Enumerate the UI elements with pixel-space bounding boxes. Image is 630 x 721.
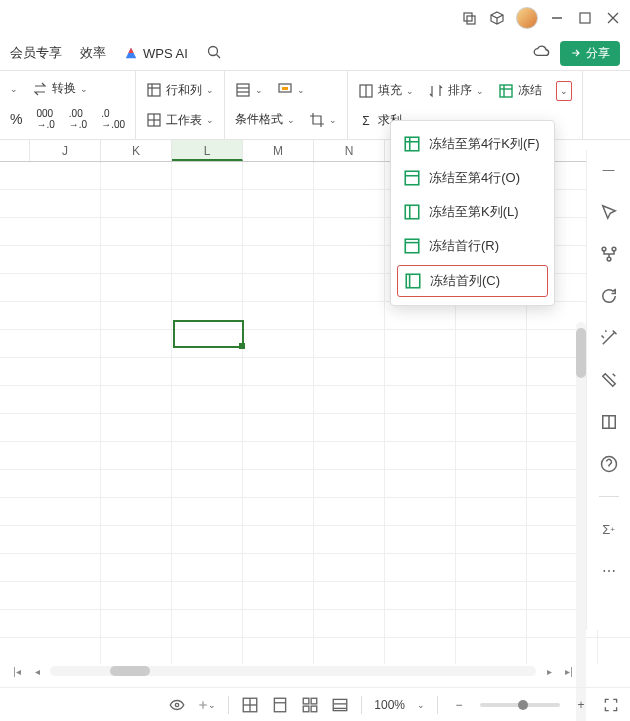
- freeze-first-col[interactable]: 冻结首列(C): [397, 265, 548, 297]
- book-icon[interactable]: [599, 412, 619, 432]
- svg-rect-32: [405, 239, 419, 253]
- zoom-level[interactable]: 100%: [374, 698, 405, 712]
- window-copy-icon[interactable]: [460, 9, 478, 27]
- wand-icon[interactable]: [599, 328, 619, 348]
- freeze-icon: [498, 83, 514, 99]
- flow-icon[interactable]: [599, 244, 619, 264]
- sort-button[interactable]: 排序⌄: [428, 82, 484, 99]
- freeze-dropdown-caret[interactable]: ⌄: [556, 81, 572, 101]
- eye-icon[interactable]: [168, 696, 186, 714]
- zoom-out-icon[interactable]: −: [450, 696, 468, 714]
- cube-icon[interactable]: [488, 9, 506, 27]
- freeze-to-row[interactable]: 冻结至第4行(O): [391, 161, 554, 195]
- scrollbar-thumb[interactable]: [576, 328, 586, 378]
- titlebar: [0, 0, 630, 36]
- svg-rect-30: [405, 205, 419, 219]
- minimize-icon[interactable]: [548, 9, 566, 27]
- dec1-button[interactable]: 000→.0: [36, 108, 54, 130]
- hscroll-thumb[interactable]: [110, 666, 150, 676]
- close-icon[interactable]: [604, 9, 622, 27]
- separator: [228, 696, 229, 714]
- crop-button[interactable]: ⌄: [309, 112, 337, 128]
- sigma-plus-icon[interactable]: Σ+: [599, 519, 619, 539]
- view-page-icon[interactable]: [271, 696, 289, 714]
- sheet-prev-icon[interactable]: ◂: [30, 664, 44, 678]
- fill-button[interactable]: 填充⌄: [358, 82, 414, 99]
- col-header[interactable]: N: [314, 140, 385, 161]
- col-header[interactable]: [0, 140, 30, 161]
- freeze-first-row-icon: [403, 237, 421, 255]
- dec2-button[interactable]: .00→.0: [69, 108, 87, 130]
- sigma-icon: Σ: [358, 113, 374, 129]
- svg-rect-20: [282, 87, 288, 90]
- hscroll-track[interactable]: [50, 666, 536, 676]
- zoom-in-icon[interactable]: +: [572, 696, 590, 714]
- svg-rect-1: [467, 16, 475, 24]
- col-header-active[interactable]: L: [172, 140, 243, 161]
- svg-rect-10: [148, 84, 160, 96]
- table-style-button[interactable]: ⌄: [235, 82, 263, 98]
- menu-efficiency[interactable]: 效率: [80, 44, 106, 62]
- convert-button[interactable]: 转换⌄: [32, 80, 88, 97]
- table-style-icon: [235, 82, 251, 98]
- right-panel: — Σ+ ⋯: [586, 150, 630, 630]
- cloud-icon[interactable]: [532, 43, 550, 64]
- sheet-last-icon[interactable]: ▸|: [562, 664, 576, 678]
- svg-point-41: [202, 703, 205, 706]
- selected-cell[interactable]: [173, 320, 244, 348]
- freeze-to-col[interactable]: 冻结至第K列(L): [391, 195, 554, 229]
- svg-point-40: [176, 703, 179, 706]
- svg-rect-25: [405, 137, 419, 151]
- avatar[interactable]: [516, 7, 538, 29]
- sheet-first-icon[interactable]: |◂: [10, 664, 24, 678]
- view-normal-icon[interactable]: [241, 696, 259, 714]
- freeze-row-icon: [403, 169, 421, 187]
- ai-label: WPS AI: [143, 46, 188, 61]
- more-icon[interactable]: ⋯: [599, 561, 619, 581]
- rowcol-button[interactable]: 行和列⌄: [146, 82, 214, 99]
- format-button[interactable]: ⌄: [277, 82, 305, 98]
- sort-icon: [428, 83, 444, 99]
- search-icon[interactable]: [206, 44, 222, 63]
- share-label: 分享: [586, 45, 610, 62]
- maximize-icon[interactable]: [576, 9, 594, 27]
- format-icon: [277, 82, 293, 98]
- vertical-scrollbar[interactable]: [576, 322, 586, 721]
- freeze-dropdown: 冻结至第4行K列(F) 冻结至第4行(O) 冻结至第K列(L) 冻结首行(R) …: [390, 120, 555, 306]
- target-icon[interactable]: ⌄: [198, 696, 216, 714]
- help-icon[interactable]: [599, 454, 619, 474]
- view-read-icon[interactable]: [331, 696, 349, 714]
- menu-member[interactable]: 会员专享: [10, 44, 62, 62]
- freeze-to-row-col[interactable]: 冻结至第4行K列(F): [391, 127, 554, 161]
- dropdown-blank[interactable]: ⌄: [10, 84, 18, 94]
- minus-icon[interactable]: —: [599, 160, 619, 180]
- refresh-icon[interactable]: [599, 286, 619, 306]
- menubar: 会员专享 效率 WPS AI 分享: [0, 36, 630, 70]
- col-header[interactable]: M: [243, 140, 314, 161]
- worksheet-button[interactable]: 工作表⌄: [146, 112, 214, 129]
- freeze-first-row[interactable]: 冻结首行(R): [391, 229, 554, 263]
- zoom-slider[interactable]: [480, 703, 560, 707]
- fullscreen-icon[interactable]: [602, 696, 620, 714]
- view-break-icon[interactable]: [301, 696, 319, 714]
- cursor-icon[interactable]: [599, 202, 619, 222]
- zoom-slider-thumb[interactable]: [518, 700, 528, 710]
- condfmt-button[interactable]: 条件格式⌄: [235, 111, 295, 128]
- percent-button[interactable]: %: [10, 111, 22, 127]
- freeze-icon: [403, 135, 421, 153]
- svg-rect-0: [464, 13, 472, 21]
- freeze-button[interactable]: 冻结: [498, 82, 542, 99]
- wps-ai[interactable]: WPS AI: [124, 46, 188, 61]
- col-header[interactable]: K: [101, 140, 172, 161]
- share-button[interactable]: 分享: [560, 41, 620, 66]
- svg-rect-49: [304, 706, 310, 712]
- sheet-next-icon[interactable]: ▸: [542, 664, 556, 678]
- dec3-button[interactable]: .0→.00: [101, 108, 125, 130]
- svg-line-9: [216, 54, 220, 58]
- col-header[interactable]: J: [30, 140, 101, 161]
- zoom-caret[interactable]: ⌄: [417, 700, 425, 710]
- separator: [361, 696, 362, 714]
- rowcol-icon: [146, 82, 162, 98]
- freeze-first-col-icon: [404, 272, 422, 290]
- tools-icon[interactable]: [599, 370, 619, 390]
